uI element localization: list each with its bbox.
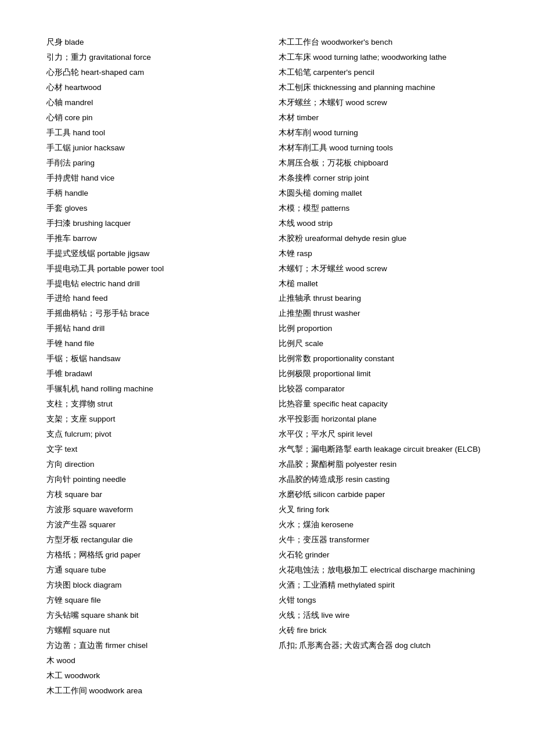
- en-text: transformer: [330, 535, 370, 544]
- zh-text: 木材车削: [279, 128, 311, 137]
- list-item: 木圆头槌 doming mallet: [279, 186, 488, 201]
- list-item: 手锥 bradawl: [46, 366, 255, 381]
- list-item: 支点 fulcrum; pivot: [46, 427, 255, 442]
- list-item: 手摇钻 hand drill: [46, 321, 255, 336]
- zh-text: 手提电动工具: [46, 264, 95, 273]
- zh-text: 手辗轧机: [46, 384, 79, 393]
- zh-text: 方锉: [46, 596, 63, 604]
- list-item: 方向 direction: [46, 457, 255, 472]
- zh-text: 尺身: [46, 38, 63, 46]
- zh-text: 方波形: [46, 505, 71, 514]
- zh-text: 方通: [46, 566, 63, 574]
- zh-text: 心销: [46, 113, 63, 122]
- list-item: 文字 text: [46, 442, 255, 457]
- en-text: proportionality constant: [313, 354, 395, 363]
- en-text: electric hand drill: [81, 279, 140, 288]
- list-item: 水晶胶的铸造成形 resin casting: [279, 472, 488, 487]
- zh-text: 支点: [46, 430, 63, 438]
- zh-text: 木: [46, 656, 55, 665]
- en-text: proportional limit: [313, 369, 371, 378]
- zh-text: 手提式竖线锯: [46, 249, 95, 258]
- zh-text: 木工铅笔: [279, 68, 311, 77]
- en-text: tongs: [297, 596, 316, 604]
- list-item: 手推车 barrow: [46, 231, 255, 246]
- en-text: grid paper: [106, 550, 141, 559]
- list-item: 方通 square tube: [46, 563, 255, 578]
- list-item: 木槌 mallet: [279, 276, 488, 291]
- list-item: 比热容量 specific heat capacity: [279, 397, 488, 412]
- zh-text: 木槌: [279, 279, 295, 288]
- zh-text: 手扫漆: [46, 219, 71, 228]
- en-text: direction: [65, 460, 95, 469]
- list-item: 火花电蚀法；放电极加工 electrical discharge machini…: [279, 563, 488, 578]
- list-item: 尺身 blade: [46, 35, 255, 50]
- en-text: electrical discharge machining: [370, 566, 475, 574]
- en-text: corner strip joint: [313, 174, 369, 182]
- zh-text: 火水；煤油: [279, 520, 319, 529]
- zh-text: 木锉: [279, 249, 295, 258]
- zh-text: 止推垫圈: [279, 309, 311, 318]
- en-text: square waveform: [73, 505, 134, 514]
- en-text: gravitational force: [89, 53, 151, 62]
- en-text: mallet: [297, 279, 318, 288]
- en-text: barrow: [73, 234, 97, 243]
- en-text: doming mallet: [313, 189, 362, 197]
- zh-text: 火叉: [279, 505, 295, 514]
- list-item: 比例极限 proportional limit: [279, 366, 488, 381]
- en-text: scale: [305, 339, 324, 348]
- en-text: portable jigsaw: [98, 249, 150, 258]
- list-item: 手锯；板锯 handsaw: [46, 351, 255, 366]
- list-item: 比例尺 scale: [279, 336, 488, 351]
- en-text: horizontal plane: [322, 415, 377, 423]
- list-item: 方枝 square bar: [46, 487, 255, 502]
- list-item: 木工车床 wood turning lathe; woodworking lat…: [279, 50, 488, 65]
- zh-text: 火石轮: [279, 550, 303, 559]
- list-item: 木工工作间 woodwork area: [46, 683, 255, 699]
- en-text: square tube: [65, 566, 106, 574]
- zh-text: 手套: [46, 204, 63, 213]
- list-item: 火砖 fire brick: [279, 623, 488, 638]
- list-item: 木胶粉 ureaformal dehyde resin glue: [279, 231, 488, 246]
- list-item: 方波形 square waveform: [46, 502, 255, 517]
- en-text: hand rolling machine: [81, 384, 154, 393]
- en-text: firmer chisel: [106, 641, 148, 650]
- zh-text: 手提电钻: [46, 279, 79, 288]
- en-text: fire brick: [297, 626, 327, 635]
- list-item: 木工铅笔 carpenter's pencil: [279, 65, 488, 80]
- zh-text: 心形凸轮: [46, 68, 79, 77]
- list-item: 方锉 square file: [46, 593, 255, 608]
- right-column: 木工工作台 woodworker's bench木工车床 wood turnin…: [279, 35, 488, 699]
- list-item: 木条接榫 corner strip joint: [279, 171, 488, 186]
- list-item: 手柄 handle: [46, 186, 255, 201]
- list-item: 火水；煤油 kerosene: [279, 517, 488, 532]
- zh-text: 支柱；支撑物: [46, 399, 95, 408]
- en-text: strut: [98, 399, 113, 408]
- list-item: 木 wood: [46, 653, 255, 668]
- zh-text: 木工: [46, 671, 63, 680]
- en-text: wood turning lathe; woodworking lathe: [313, 53, 447, 62]
- zh-text: 比例常数: [279, 354, 311, 363]
- zh-text: 方头钻嘴: [46, 611, 79, 620]
- list-item: 木屑压合板；万花板 chipboard: [279, 156, 488, 171]
- en-text: junior hacksaw: [73, 143, 125, 152]
- zh-text: 手摇曲柄钻；弓形手钻: [46, 309, 128, 318]
- zh-text: 木条接榫: [279, 174, 311, 182]
- list-item: 支柱；支撑物 strut: [46, 397, 255, 412]
- zh-text: 手削法: [46, 159, 71, 167]
- zh-text: 木工刨床: [279, 83, 311, 92]
- zh-text: 木屑压合板；万花板: [279, 159, 352, 167]
- list-item: 方边凿；直边凿 firmer chisel: [46, 638, 255, 653]
- zh-text: 方螺帽: [46, 626, 71, 635]
- en-text: hand tool: [73, 128, 106, 137]
- zh-text: 手锯；板锯: [46, 354, 87, 363]
- list-item: 火叉 firing fork: [279, 502, 488, 517]
- en-text: woodworker's bench: [322, 38, 393, 46]
- en-text: core pin: [65, 113, 93, 122]
- list-item: 火钳 tongs: [279, 593, 488, 608]
- list-item: 方块图 block diagram: [46, 578, 255, 593]
- en-text: rasp: [297, 249, 312, 258]
- en-text: grinder: [305, 550, 330, 559]
- list-item: 木模；模型 patterns: [279, 201, 488, 216]
- list-item: 手扫漆 brushing lacquer: [46, 216, 255, 231]
- zh-text: 火钳: [279, 596, 295, 604]
